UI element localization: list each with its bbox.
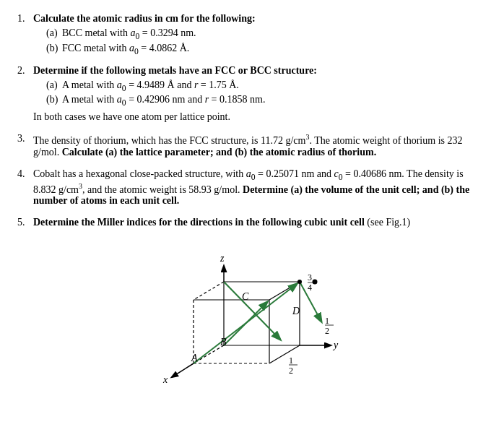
problem-2-content: Determine if the following metals have a… [33, 65, 487, 126]
problem-3-text: The density of thorium, which has the FC… [33, 133, 487, 158]
problem-2: 2. Determine if the following metals hav… [17, 65, 487, 126]
problem-1a: (a) BCC metal with a0 = 0.3294 nm. [46, 27, 487, 41]
y-label: y [332, 340, 339, 350]
problem-1b-content: FCC metal with a0 = 4.0862 Å. [62, 43, 487, 56]
edge-top-left-hidden [194, 282, 224, 300]
problem-5-number: 5. [17, 217, 33, 383]
problem-1a-label: (a) [46, 27, 62, 41]
C-label: C [242, 291, 249, 302]
A-label: A [191, 353, 198, 363]
three-quarters-denom-label: 4 [308, 282, 312, 293]
problem-3-number: 3. [17, 133, 33, 161]
problem-1: 1. Calculate the atomic radius in cm for… [17, 13, 487, 58]
problem-2-number: 2. [17, 65, 33, 126]
problem-4-content: Cobalt has a hexagonal close-packed stru… [33, 168, 487, 210]
problem-2-note: In both cases we have one atom per latti… [33, 111, 487, 123]
problem-5-content: Determine the Miller indices for the dir… [33, 217, 487, 383]
dot-top-right [297, 280, 302, 284]
half-right-num-label: 1 [325, 316, 329, 326]
problem-4-number: 4. [17, 168, 33, 210]
problem-2-title: Determine if the following metals have a… [33, 65, 487, 77]
vector-C [224, 282, 280, 340]
problem-2a-label: (a) [46, 79, 62, 93]
diagram-container: z y x A B C D 3 4 1 2 [33, 238, 487, 383]
problem-2b-content: A metal with a0 = 0.42906 nm and r = 0.1… [62, 94, 487, 108]
problem-4-text: Cobalt has a hexagonal close-packed stru… [33, 168, 487, 207]
problem-4: 4. Cobalt has a hexagonal close-packed s… [17, 168, 487, 210]
problem-1-content: Calculate the atomic radius in cm for th… [33, 13, 487, 58]
problem-3: 3. The density of thorium, which has the… [17, 133, 487, 161]
half-bottom-denom-label: 2 [289, 366, 293, 376]
half-right-denom-label: 2 [325, 326, 329, 336]
three-quarters-label: 3 [308, 272, 312, 282]
x-axis-arrow [172, 363, 194, 377]
problem-1-title: Calculate the atomic radius in cm for th… [33, 13, 487, 25]
z-label: z [220, 253, 225, 264]
vector-B [224, 302, 267, 345]
x-label: x [162, 374, 168, 385]
problem-1-number: 1. [17, 13, 33, 58]
problem-1b-label: (b) [46, 43, 62, 56]
problem-2a-content: A metal with a0 = 4.9489 Å and r = 1.75 … [62, 79, 487, 93]
edge-right-bottom [269, 345, 300, 363]
half-bottom-num-label: 1 [289, 355, 293, 366]
problem-5-title: Determine the Miller indices for the dir… [33, 217, 487, 228]
D-label: D [292, 306, 300, 316]
problem-1a-content: BCC metal with a0 = 0.3294 nm. [62, 27, 487, 41]
problem-3-content: The density of thorium, which has the FC… [33, 133, 487, 161]
dot-three-quarters [313, 280, 318, 285]
cube-diagram: z y x A B C D 3 4 1 2 [108, 238, 412, 383]
problem-2b-label: (b) [46, 94, 62, 108]
problem-2b: (b) A metal with a0 = 0.42906 nm and r =… [46, 94, 487, 108]
problem-1b: (b) FCC metal with a0 = 4.0862 Å. [46, 43, 487, 56]
B-label: B [220, 337, 227, 348]
problem-5: 5. Determine the Miller indices for the … [17, 217, 487, 383]
problem-2a: (a) A metal with a0 = 4.9489 Å and r = 1… [46, 79, 487, 93]
